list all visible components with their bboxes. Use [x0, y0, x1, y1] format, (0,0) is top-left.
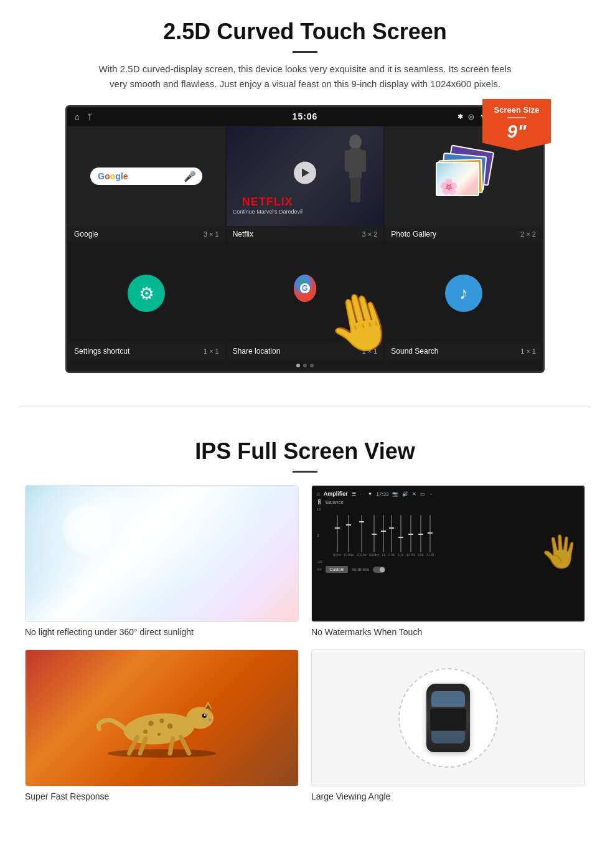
amp-sliders: 60hz 100hz: [333, 507, 580, 564]
sunlight-caption: No light reflecting under 360° direct su…: [25, 627, 299, 637]
netflix-play-button[interactable]: [294, 162, 316, 184]
sound-search-cell[interactable]: ♪ Sound Search 1 × 1: [384, 243, 543, 360]
eq-bar-9: 15k: [418, 515, 424, 557]
eq-handle-10: [428, 532, 433, 534]
amp-vol: 🔊: [402, 491, 408, 497]
dot-3: [310, 364, 314, 367]
amp-title: Amplifier: [324, 491, 348, 497]
car-image: [311, 649, 585, 786]
dot-1: [296, 364, 300, 367]
svg-point-18: [208, 718, 211, 721]
netflix-cell[interactable]: NETFLIX Continue Marvel's Daredevil Netf…: [226, 126, 385, 243]
amp-back: ←: [429, 491, 434, 497]
share-location-cell[interactable]: G 🤚 Share location 1 × 1: [226, 243, 385, 360]
eq-slider-9: [420, 515, 421, 552]
eq-slider-4: [373, 515, 375, 552]
google-cell-inner: Google 🎤: [68, 126, 225, 226]
car-windshield: [431, 691, 465, 707]
svg-point-20: [160, 719, 164, 723]
sound-cell-inner: ♪: [385, 243, 542, 343]
car-roof: [430, 709, 466, 730]
home-icon: ⌂: [75, 112, 80, 121]
eq-bar-2: 100hz: [344, 515, 354, 557]
eq-slider-7: [400, 515, 401, 552]
settings-size: 1 × 1: [204, 347, 219, 355]
title-divider: [293, 51, 317, 53]
bluetooth-icon: ✱: [458, 113, 463, 121]
svg-point-13: [186, 707, 214, 729]
gallery-label-row: Photo Gallery 2 × 2: [385, 226, 542, 242]
cheetah-svg: [75, 674, 249, 762]
feature-sunlight: No light reflecting under 360° direct su…: [25, 485, 299, 637]
eq-slider-6: [391, 515, 392, 552]
amp-footer: << Custom loudness: [317, 566, 580, 573]
location-icon: ◎: [468, 113, 474, 121]
eq-freq-3: 200hz: [356, 553, 366, 557]
eq-handle-4: [372, 534, 377, 535]
eq-handle-3: [359, 521, 364, 522]
settings-cell[interactable]: ⚙ Settings shortcut 1 × 1: [67, 243, 226, 360]
svg-rect-2: [345, 150, 350, 172]
netflix-subtitle: Continue Marvel's Daredevil: [233, 209, 303, 215]
amp-dots: ···: [360, 491, 364, 497]
page-dots: [67, 360, 543, 371]
app-grid-bottom: ⚙ Settings shortcut 1 × 1: [67, 243, 543, 360]
eq-handle-2: [346, 524, 351, 526]
settings-icon: ⚙: [128, 275, 165, 312]
amp-win: ▭: [420, 491, 425, 497]
sound-icon: ♪: [445, 275, 482, 312]
eq-bars-container: 60hz 100hz: [333, 515, 434, 557]
dot-2: [303, 364, 307, 367]
maps-icon-wrapper: G: [289, 273, 321, 313]
settings-label-row: Settings shortcut 1 × 1: [68, 343, 225, 359]
svg-point-19: [148, 720, 154, 726]
google-search-bar[interactable]: Google 🎤: [90, 167, 202, 185]
amp-wifi: ▼: [368, 491, 373, 497]
section-ips: IPS Full Screen View No light reflecting…: [0, 426, 610, 820]
loudness-label: loudness: [352, 567, 369, 572]
svg-text:G: G: [302, 284, 307, 293]
eq-freq-4: 500hz: [369, 553, 379, 557]
eq-bar-3: 200hz: [356, 515, 366, 557]
google-size: 3 × 1: [204, 230, 219, 238]
amp-home-icon: ⌂: [317, 491, 320, 497]
usb-icon: ᛘ: [87, 112, 92, 121]
eq-bar-7: 10k: [398, 515, 404, 557]
daredevil-figure: [340, 133, 371, 214]
screen-size-badge: Screen Size 9": [482, 99, 551, 151]
netflix-logo-area: NETFLIX Continue Marvel's Daredevil: [233, 196, 303, 215]
cheetah-caption: Super Fast Response: [25, 791, 299, 801]
svg-rect-1: [349, 148, 362, 179]
svg-rect-3: [361, 150, 366, 172]
eq-bar-6: 2.5k: [388, 515, 395, 557]
eq-slider-10: [429, 515, 431, 552]
badge-size: 9": [507, 121, 527, 141]
settings-label: Settings shortcut: [74, 347, 129, 356]
gallery-label: Photo Gallery: [391, 230, 436, 238]
section-curved-screen: 2.5D Curved Touch Screen With 2.5D curve…: [0, 0, 610, 388]
amp-x: ✕: [412, 491, 416, 497]
toggle-handle: [380, 567, 385, 572]
eq-freq-6: 2.5k: [388, 553, 395, 557]
car-caption: Large Viewing Angle: [311, 791, 585, 801]
section-separator: [19, 407, 591, 407]
section2-title: IPS Full Screen View: [25, 438, 585, 465]
device-wrapper: Screen Size 9" ⌂ ᛘ 15:06 ✱ ◎ ▼ 📷 🔊 ✕: [65, 105, 545, 373]
sound-label: Sound Search: [391, 347, 438, 356]
eq-handle-6: [389, 527, 394, 529]
svg-point-21: [167, 724, 173, 729]
netflix-label: Netflix: [233, 230, 253, 238]
settings-cell-inner: ⚙: [68, 243, 225, 343]
google-cell[interactable]: Google 🎤 Google 3 × 1: [67, 126, 226, 243]
android-screen: ⌂ ᛘ 15:06 ✱ ◎ ▼ 📷 🔊 ✕ ▭: [65, 105, 545, 373]
amp-time: 17:33: [376, 491, 388, 497]
sky-sun: [63, 504, 113, 554]
section1-desc: With 2.5D curved-display screen, this de…: [93, 62, 517, 92]
sound-size: 1 × 1: [520, 347, 536, 355]
car-circle: [398, 668, 498, 768]
cheetah-visual: [26, 650, 298, 786]
badge-divider: [507, 117, 526, 118]
badge-label: Screen Size: [487, 105, 546, 115]
eq-bar-4: 500hz: [369, 515, 379, 557]
eq-bar-1: 60hz: [333, 515, 341, 557]
